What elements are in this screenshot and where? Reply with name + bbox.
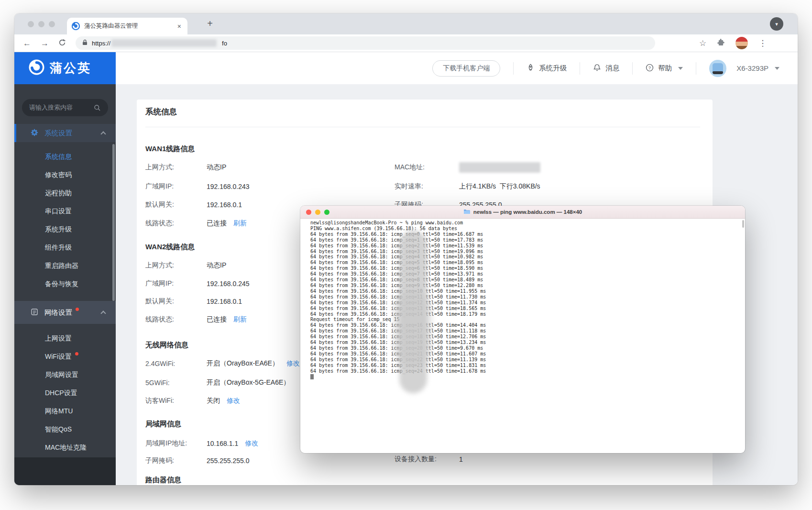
sidebar-item-网络MTU[interactable]: 网络MTU <box>14 402 116 421</box>
field-value: 192.168.0.245 <box>207 280 250 288</box>
sidebar-item-系统信息[interactable]: 系统信息 <box>14 148 116 166</box>
sidebar-item-系统升级[interactable]: 系统升级 <box>14 221 116 239</box>
help-label: 帮助 <box>658 64 672 73</box>
terminal-line: 64 bytes from 39.156.66.18: icmp_seq=19 … <box>310 340 745 345</box>
device-switcher[interactable]: X6-3293P <box>709 60 779 77</box>
terminal-title-bar[interactable]: newlss — ping www.baidu.com — 148×40 <box>300 206 745 219</box>
messages-button[interactable]: 消息 <box>593 64 619 73</box>
field-label: 默认网关: <box>145 297 207 306</box>
window-traffic-lights[interactable] <box>28 21 55 27</box>
reload-icon[interactable] <box>58 39 66 48</box>
sidebar-item-局域网设置[interactable]: 局域网设置 <box>14 366 116 384</box>
terminal-line: 64 bytes from 39.156.66.18: icmp_seq=10 … <box>310 288 745 294</box>
terminal-minimize-button[interactable] <box>315 210 320 215</box>
notification-dot <box>76 308 79 311</box>
field-label: 访客WiFi: <box>145 397 207 405</box>
redaction-smudge <box>399 231 427 393</box>
messages-label: 消息 <box>605 64 619 73</box>
terminal-zoom-button[interactable] <box>324 210 329 215</box>
minimize-window-button[interactable] <box>38 21 44 27</box>
field-value: 192.168.0.243 <box>207 183 250 190</box>
browser-menu-dots-icon[interactable]: ⋮ <box>758 39 767 47</box>
chevron-down-icon: ▾ <box>775 21 778 27</box>
info-row: 广域网IP: 192.168.0.245 <box>145 279 250 288</box>
browser-tab[interactable]: 蒲公英路由器云管理 × <box>67 18 187 34</box>
modify-link[interactable]: 修改 <box>286 359 300 368</box>
sidebar-item-修改密码[interactable]: 修改密码 <box>14 166 116 184</box>
sidebar: 蒲公英 请输入搜索内容 系统设置 系统信息修改密码远程协助串口设置系统升级组件升… <box>14 52 116 485</box>
terminal-traffic-lights[interactable] <box>306 210 329 215</box>
wireless-heading: 无线网络信息 <box>145 341 188 350</box>
zoom-window-button[interactable] <box>49 21 55 27</box>
page-header: 下载手机客户端 系统升级 消息 ? 帮助 <box>116 52 798 84</box>
forward-icon[interactable]: → <box>41 39 49 47</box>
terminal-close-button[interactable] <box>306 210 311 215</box>
terminal-window[interactable]: newlss — ping www.baidu.com — 148×40 new… <box>300 206 745 453</box>
close-window-button[interactable] <box>28 21 34 27</box>
extensions-puzzle-icon[interactable] <box>717 38 725 48</box>
sidebar-item-智能QoS[interactable]: 智能QoS <box>14 421 116 439</box>
lan-heading: 局域网信息 <box>145 420 181 429</box>
sidebar-item-上网设置[interactable]: 上网设置 <box>14 330 116 348</box>
search-icon <box>94 104 101 111</box>
bookmark-star-icon[interactable]: ☆ <box>699 39 706 47</box>
modify-link[interactable]: 修改 <box>227 397 240 405</box>
sidebar-search-input[interactable]: 请输入搜索内容 <box>22 99 108 116</box>
sidebar-item-组件升级[interactable]: 组件升级 <box>14 239 116 257</box>
divider <box>513 62 514 75</box>
chevron-up-icon <box>100 310 106 316</box>
terminal-line: 64 bytes from 39.156.66.18: icmp_seq=1 t… <box>310 237 745 243</box>
field-label: 线路状态: <box>145 219 207 228</box>
info-row: 上网方式: 动态IP <box>145 163 226 172</box>
terminal-line: 64 bytes from 39.156.66.18: icmp_seq=14 … <box>310 311 745 317</box>
sidebar-item-label: 组件升级 <box>45 244 72 252</box>
terminal-output[interactable]: newlss@lisongshandeMacBook-Pro ~ % ping … <box>300 219 745 453</box>
field-value: 已连接 <box>207 315 227 324</box>
download-app-button[interactable]: 下载手机客户端 <box>432 60 500 77</box>
tab-close-icon[interactable]: × <box>176 22 183 30</box>
sidebar-item-label: 备份与恢复 <box>45 280 78 288</box>
sidebar-scrollbar[interactable] <box>112 144 115 301</box>
sidebar-item-串口设置[interactable]: 串口设置 <box>14 202 116 221</box>
help-button[interactable]: ? 帮助 <box>646 64 683 73</box>
sidebar-item-重启路由器[interactable]: 重启路由器 <box>14 257 116 275</box>
sidebar-section-system-settings[interactable]: 系统设置 <box>14 124 116 142</box>
field-label: 上网方式: <box>145 261 207 270</box>
browser-toolbar: ← → https:// fo ☆ ⋮ <box>14 34 798 52</box>
terminal-line: 64 bytes from 39.156.66.18: icmp_seq=22 … <box>310 357 745 363</box>
terminal-line: 64 bytes from 39.156.66.18: icmp_seq=24 … <box>310 368 745 374</box>
back-icon[interactable]: ← <box>23 39 31 47</box>
folder-icon <box>463 209 470 215</box>
wan2-heading: WAN2线路信息 <box>145 243 195 252</box>
list-icon <box>31 308 38 317</box>
terminal-line: 64 bytes from 39.156.66.18: icmp_seq=18 … <box>310 334 745 340</box>
divider <box>145 127 700 127</box>
sidebar-item-远程协助[interactable]: 远程协助 <box>14 184 116 202</box>
sidebar-item-备份与恢复[interactable]: 备份与恢复 <box>14 275 116 293</box>
field-value: 1 <box>459 455 463 463</box>
divider <box>632 62 633 75</box>
system-upgrade-button[interactable]: 系统升级 <box>527 64 567 73</box>
terminal-line: 64 bytes from 39.156.66.18: icmp_seq=6 t… <box>310 266 745 271</box>
new-tab-button[interactable]: + <box>204 17 216 30</box>
refresh-link[interactable]: 刷新 <box>233 219 247 228</box>
terminal-scrollbar[interactable] <box>742 220 744 228</box>
refresh-link[interactable]: 刷新 <box>233 315 247 324</box>
section-label: 系统设置 <box>44 129 72 138</box>
profile-chevron-button[interactable]: ▾ <box>770 17 783 31</box>
terminal-line: 64 bytes from 39.156.66.18: icmp_seq=11 … <box>310 294 745 300</box>
rocket-icon <box>527 64 535 73</box>
sidebar-item-MAC地址克隆[interactable]: MAC地址克隆 <box>14 439 116 457</box>
terminal-line: Request timeout for icmp_seq 15 <box>310 317 745 322</box>
field-value: 255.255.255.0 <box>207 457 250 465</box>
sidebar-section-network-settings[interactable]: 网络设置 <box>14 301 116 324</box>
sidebar-item-label: DHCP设置 <box>45 389 77 398</box>
modify-link[interactable]: 修改 <box>245 439 258 448</box>
field-label: 默认网关: <box>145 200 207 209</box>
url-bar[interactable]: https:// fo <box>76 36 655 50</box>
sidebar-item-DHCP设置[interactable]: DHCP设置 <box>14 384 116 402</box>
field-value: 动态IP <box>207 163 226 172</box>
profile-avatar[interactable] <box>735 37 748 49</box>
sidebar-item-WiFi设置[interactable]: WiFi设置 <box>14 348 116 366</box>
chevron-down-icon <box>678 67 683 70</box>
